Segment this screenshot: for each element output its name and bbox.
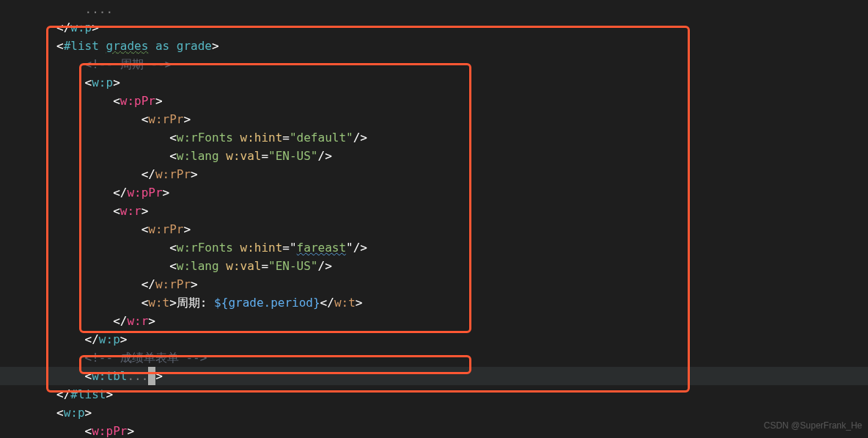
code-line: <w:pPr> [0, 92, 868, 110]
code-line: </#list> [0, 385, 868, 404]
code-line: </w:r> [0, 312, 868, 330]
code-line: .... [0, 0, 868, 18]
code-line: <w:rPr> [0, 110, 868, 128]
code-line: <w:r> [0, 202, 868, 220]
code-line: <!-- 成绩单表单 --> [0, 348, 868, 367]
code-line: <w:rPr> [0, 220, 868, 238]
code-line: </w:rPr> [0, 275, 868, 293]
watermark: CSDN @SuperFrank_He [764, 417, 862, 435]
code-line: <w:rFonts w:hint="default"/> [0, 128, 868, 147]
code-line: </w:p> [0, 330, 868, 348]
code-line: <w:p> [0, 404, 868, 422]
code-line: <w:t>周期: ${grade.period}</w:t> [0, 293, 868, 312]
code-line: </w:pPr> [0, 183, 868, 202]
code-line: <!-- 周期 --> [0, 55, 868, 73]
code-line: <w:lang w:val="EN-US"/> [0, 147, 868, 165]
code-line: <#list grades as grade> [0, 37, 868, 55]
cursor [148, 367, 155, 385]
code-line: <w:pPr> [0, 422, 868, 438]
code-editor[interactable]: .... </w:p> <#list grades as grade> <!--… [0, 0, 868, 438]
code-line: </w:p> [0, 18, 868, 37]
code-line: <w:rFonts w:hint="fareast"/> [0, 238, 868, 257]
code-line-active: <w:tbl... > [0, 367, 868, 385]
code-line: <w:lang w:val="EN-US"/> [0, 257, 868, 275]
code-line: </w:rPr> [0, 165, 868, 183]
code-line: <w:p> [0, 73, 868, 92]
